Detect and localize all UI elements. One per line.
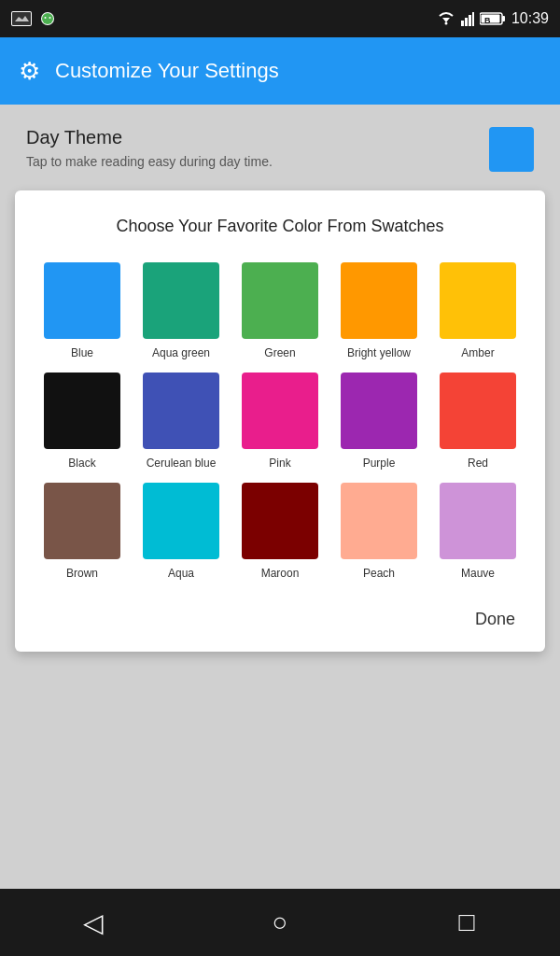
swatch-brown[interactable]: Brown [37,483,127,580]
svg-rect-10 [465,18,468,26]
settings-gear-icon: ⚙ [19,57,40,86]
dialog-title: Choose Your Favorite Color From Swatches [37,217,523,236]
swatch-box-amber [440,262,516,339]
status-bar: B 10:39 [0,0,560,37]
day-theme-toggle[interactable] [489,127,534,172]
recents-button[interactable]: □ [439,904,495,941]
day-theme-description: Tap to make reading easy during day time… [26,154,273,169]
svg-marker-7 [442,18,450,22]
swatch-box-aqua [143,483,219,559]
swatch-box-cerulean-blue [143,373,219,449]
home-icon: ○ [273,907,288,937]
swatch-red[interactable]: Red [433,373,523,470]
swatch-box-blue [44,262,120,339]
swatch-bright-yellow[interactable]: Bright yellow [334,262,424,359]
swatch-label-maroon: Maroon [261,567,300,580]
recents-icon: □ [459,907,475,937]
swatch-box-bright-yellow [341,262,417,339]
battery-icon: B [480,11,506,26]
signal-icon [461,11,474,26]
day-theme-section: Day Theme Tap to make reading easy durin… [0,105,560,190]
android-icon [39,11,56,26]
swatch-label-pink: Pink [269,457,290,470]
swatch-box-black [44,373,120,449]
swatch-purple[interactable]: Purple [334,373,424,470]
swatch-amber[interactable]: Amber [433,262,523,359]
swatch-label-bright-yellow: Bright yellow [347,346,411,359]
swatch-box-green [242,262,318,339]
svg-point-6 [49,17,51,19]
status-bar-right: B 10:39 [437,10,549,27]
swatch-label-brown: Brown [66,567,98,580]
swatch-aqua-green[interactable]: Aqua green [136,262,226,359]
swatch-blue[interactable]: Blue [37,262,127,359]
swatch-label-peach: Peach [363,567,395,580]
swatch-maroon[interactable]: Maroon [235,483,325,580]
back-icon: ◁ [83,907,104,938]
swatch-box-pink [242,373,318,449]
done-button[interactable]: Done [468,606,523,633]
swatch-label-red: Red [468,457,488,470]
swatch-box-red [440,373,516,449]
swatches-grid: BlueAqua greenGreenBright yellowAmberBla… [37,262,523,580]
swatch-box-purple [341,373,417,449]
svg-rect-11 [469,15,471,26]
gallery-icon [11,11,32,26]
home-button[interactable]: ○ [252,904,308,941]
app-bar: ⚙ Customize Your Settings [0,37,560,105]
svg-rect-12 [472,12,474,26]
svg-rect-14 [502,16,505,21]
svg-text:B: B [484,16,491,25]
swatch-label-mauve: Mauve [461,567,495,580]
swatch-green[interactable]: Green [235,262,325,359]
svg-point-5 [45,17,47,19]
swatch-pink[interactable]: Pink [235,373,325,470]
swatch-cerulean-blue[interactable]: Cerulean blue [136,373,226,470]
svg-rect-9 [461,21,464,26]
bottom-nav: ◁ ○ □ [0,889,560,956]
swatch-box-brown [44,483,120,559]
swatch-box-peach [341,483,417,559]
swatch-label-aqua-green: Aqua green [152,346,210,359]
swatch-label-blue: Blue [71,346,93,359]
swatch-box-maroon [242,483,318,559]
swatch-label-purple: Purple [363,457,396,470]
swatch-label-green: Green [264,346,295,359]
color-picker-dialog: Choose Your Favorite Color From Swatches… [15,190,545,652]
day-theme-text: Day Theme Tap to make reading easy durin… [26,127,273,169]
swatch-label-aqua: Aqua [168,567,194,580]
swatch-black[interactable]: Black [37,373,127,470]
swatch-label-cerulean-blue: Cerulean blue [147,457,217,470]
swatch-box-mauve [440,483,516,559]
status-bar-left [11,11,56,26]
swatch-mauve[interactable]: Mauve [433,483,523,580]
swatch-box-aqua-green [143,262,219,339]
swatch-peach[interactable]: Peach [334,483,424,580]
svg-point-4 [42,13,53,24]
swatch-label-black: Black [68,457,95,470]
back-button[interactable]: ◁ [65,904,121,941]
time-display: 10:39 [511,10,549,27]
app-bar-title: Customize Your Settings [55,59,279,83]
day-theme-title: Day Theme [26,127,273,148]
svg-rect-1 [12,12,31,25]
svg-point-8 [444,22,447,25]
wifi-icon [437,11,455,26]
swatch-label-amber: Amber [461,346,494,359]
swatch-aqua[interactable]: Aqua [136,483,226,580]
done-row: Done [37,602,523,633]
